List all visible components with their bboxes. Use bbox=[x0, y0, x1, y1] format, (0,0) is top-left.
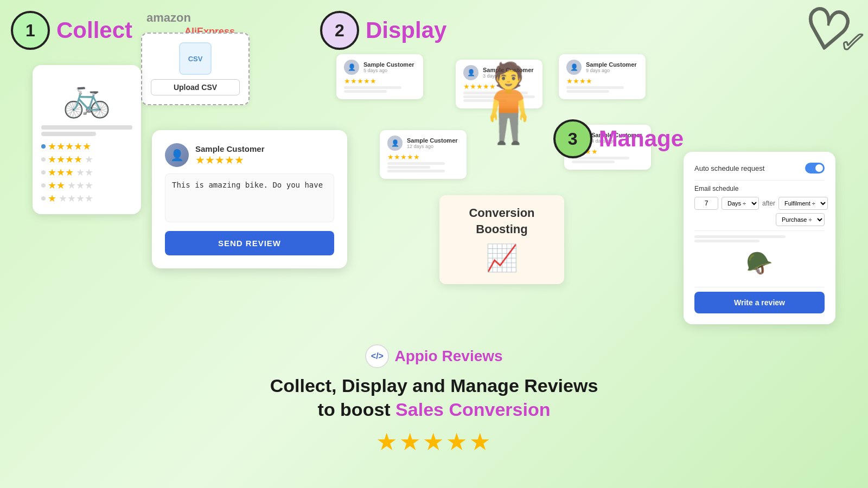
display-review-card-4: 👤 Sample Customer 12 days ago ★★★★★ bbox=[380, 130, 467, 179]
bottom-section: </> Appio Reviews Collect, Display and M… bbox=[244, 344, 624, 455]
tagline-highlight: Sales Conversion bbox=[395, 399, 550, 420]
step1-badge: 1 Collect bbox=[11, 11, 132, 50]
step3-header: 3 Manage bbox=[553, 119, 684, 158]
helmet-icon: 🪖 bbox=[746, 251, 773, 275]
csv-icon: CSV bbox=[179, 42, 212, 75]
step1-circle: 1 bbox=[11, 11, 50, 50]
mini-bar-4c bbox=[387, 170, 445, 172]
divider-1 bbox=[694, 180, 825, 181]
fulfillment-select[interactable]: Fulfilment ÷ bbox=[778, 197, 828, 210]
manage-card: Auto schedule request Email schedule Day… bbox=[684, 152, 835, 324]
review-write-card: 👤 Sample Customer ★★★★★ This is amazing … bbox=[152, 130, 347, 268]
manage-bar-2 bbox=[694, 240, 760, 242]
mini-stars-4: ★★★★★ bbox=[387, 153, 459, 161]
mini-date-4: 12 days ago bbox=[407, 144, 458, 149]
dot-inactive-4 bbox=[41, 196, 46, 201]
section-collect: 1 Collect bbox=[11, 11, 132, 50]
product-bar-1 bbox=[41, 125, 132, 130]
divider-2 bbox=[694, 230, 825, 231]
step2-badge: 2 Display bbox=[320, 11, 446, 50]
rating-row-5: ★★★★★ bbox=[41, 140, 132, 152]
conversion-boosting-card: Conversion Boosting 📈 bbox=[439, 195, 564, 284]
rating-rows: ★★★★★ ★★★★★ ★★★★★ ★★★★★ ★★★★★ bbox=[41, 140, 132, 204]
display-review-card-1: 👤 Sample Customer 5 days ago ★★★★★ bbox=[336, 54, 423, 99]
app-name-part1: App bbox=[394, 348, 424, 364]
mini-date-3: 9 days ago bbox=[586, 68, 637, 73]
upload-csv-button[interactable]: Upload CSV bbox=[151, 79, 240, 95]
rating-row-1: ★★★★★ bbox=[41, 192, 132, 204]
write-review-button[interactable]: Write a review bbox=[694, 292, 825, 313]
mini-stars-3: ★★★★ bbox=[566, 77, 638, 85]
mini-bar-1b bbox=[344, 90, 387, 93]
product-thumb: 🪖 bbox=[694, 244, 825, 282]
send-review-button[interactable]: SEND REVIEW bbox=[165, 231, 334, 255]
auto-schedule-row: Auto schedule request bbox=[694, 163, 825, 174]
days-input[interactable] bbox=[694, 197, 718, 210]
mini-avatar-4: 👤 bbox=[387, 136, 403, 151]
mini-bar-3b bbox=[566, 90, 609, 93]
app-name: Appio Reviews bbox=[394, 348, 502, 365]
main-tagline: Collect, Display and Manage Reviews to b… bbox=[244, 374, 624, 421]
reviewer-avatar: 👤 bbox=[165, 143, 189, 167]
auto-schedule-label: Auto schedule request bbox=[694, 164, 764, 172]
chart-icon: 📈 bbox=[450, 243, 553, 273]
section-display: 2 Display bbox=[320, 11, 446, 50]
step1-label: Collect bbox=[56, 17, 132, 43]
dot-inactive-2 bbox=[41, 170, 46, 175]
days-select[interactable]: Days ÷ bbox=[722, 197, 759, 210]
product-card: 🚲 ★★★★★ ★★★★★ ★★★★★ ★★★★★ ★★★★★ bbox=[33, 65, 141, 214]
after-text: after bbox=[762, 200, 775, 207]
reviewer-name: Sample Customer bbox=[195, 144, 265, 153]
mini-name-3: Sample Customer bbox=[586, 61, 637, 68]
review-textarea[interactable]: This is amazing bike. Do you have bbox=[165, 174, 334, 222]
mini-date-1: 5 days ago bbox=[363, 68, 414, 73]
mini-bar-3a bbox=[566, 86, 624, 89]
heart-decoration: ♡✓ bbox=[798, 0, 868, 69]
step2-circle: 2 bbox=[320, 11, 359, 50]
mini-name-4: Sample Customer bbox=[407, 137, 458, 144]
schedule-row: Days ÷ after Fulfilment ÷ bbox=[694, 197, 825, 210]
bottom-stars: ★★★★★ bbox=[244, 428, 624, 455]
conversion-title: Conversion bbox=[450, 206, 553, 220]
step3-label: Manage bbox=[599, 126, 684, 152]
rating-row-2: ★★★★★ bbox=[41, 179, 132, 191]
mini-name-1: Sample Customer bbox=[363, 61, 414, 68]
tagline-prefix: to boost bbox=[318, 399, 396, 420]
mini-stars-1: ★★★★★ bbox=[344, 77, 416, 85]
app-name-part2: io bbox=[424, 348, 438, 364]
dot-active bbox=[41, 144, 46, 149]
woman-silhouette: 🧍 bbox=[461, 65, 556, 141]
app-logo-icon: </> bbox=[365, 344, 389, 368]
email-schedule-label: Email schedule bbox=[694, 185, 825, 192]
dot-inactive-1 bbox=[41, 157, 46, 162]
rating-row-3: ★★★★★ bbox=[41, 166, 132, 178]
mini-bar-1a bbox=[344, 86, 401, 89]
reviewer-info: 👤 Sample Customer ★★★★★ bbox=[165, 143, 334, 167]
review-stars-5: ★★★★★ bbox=[195, 153, 265, 166]
mini-avatar-1: 👤 bbox=[344, 60, 359, 75]
tagline-line1: Collect, Display and Manage Reviews bbox=[244, 374, 624, 397]
display-review-card-3: 👤 Sample Customer 9 days ago ★★★★ bbox=[559, 54, 646, 99]
step3-circle: 3 bbox=[553, 119, 592, 158]
tagline-line2: to boost Sales Conversion bbox=[244, 397, 624, 421]
upload-csv-card: CSV Upload CSV bbox=[141, 33, 250, 105]
app-name-part3: Reviews bbox=[438, 348, 503, 364]
dot-inactive-3 bbox=[41, 183, 46, 188]
boosting-title: Boosting bbox=[450, 222, 553, 236]
rating-row-4: ★★★★★ bbox=[41, 153, 132, 165]
purchase-select[interactable]: Purchase ÷ bbox=[776, 213, 825, 226]
mini-bar-4b bbox=[387, 166, 430, 169]
mini-bar-5b bbox=[572, 160, 615, 163]
mini-bar-4a bbox=[387, 162, 445, 165]
step2-label: Display bbox=[366, 17, 446, 43]
product-bar-2 bbox=[41, 132, 96, 136]
auto-schedule-toggle[interactable] bbox=[805, 163, 825, 174]
bike-icon: 🚲 bbox=[41, 74, 132, 120]
mini-avatar-3: 👤 bbox=[566, 60, 582, 75]
manage-bar-1 bbox=[694, 235, 786, 238]
amazon-label: amazon bbox=[146, 11, 191, 25]
divider-3 bbox=[694, 287, 825, 287]
app-logo-row: </> Appio Reviews bbox=[244, 344, 624, 368]
